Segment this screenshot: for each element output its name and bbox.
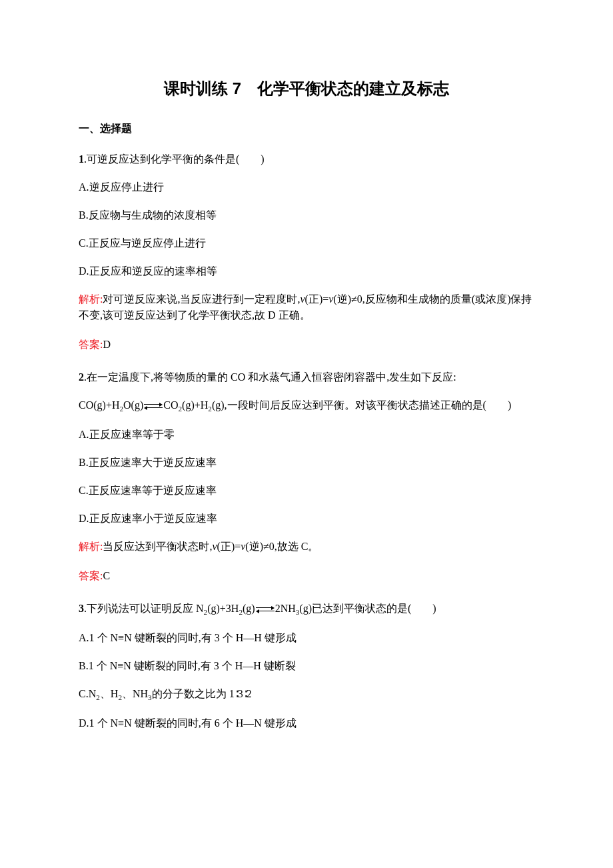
equilibrium-arrow-icon <box>256 605 275 614</box>
question-number: 2 <box>79 371 84 383</box>
option-b: B.反应物与生成物的浓度相等 <box>79 207 534 223</box>
question-stem: (g)已达到平衡状态的是( ) <box>299 603 436 614</box>
question-text: 1.可逆反应达到化学平衡的条件是( ) <box>79 151 534 167</box>
option-part: 、NH <box>122 688 148 699</box>
option-d: D.1 个 N≡N 键断裂的同时,有 6 个 H—N 键形成 <box>79 715 534 731</box>
question-stem: (g)+3H <box>207 603 239 614</box>
question-number: 3 <box>79 603 84 614</box>
question-stem: .可逆反应达到化学平衡的条件是( ) <box>84 153 265 165</box>
explanation: 解析:对可逆反应来说,当反应进行到一定程度时,v(正)=v(逆)≠0,反应物和生… <box>79 291 534 323</box>
question-1: 1.可逆反应达到化学平衡的条件是( ) A.逆反应停止进行 B.反应物与生成物的… <box>79 151 534 353</box>
question-2: 2.在一定温度下,将等物质的量的 CO 和水蒸气通入恒容密闭容器中,发生如下反应… <box>79 369 534 584</box>
explanation-body: (逆)≠0,故选 C。 <box>245 541 318 552</box>
answer-label: 答案: <box>79 339 103 350</box>
explanation-label: 解析: <box>79 293 103 305</box>
answer: 答案:D <box>79 337 534 353</box>
option-c: C.正反应与逆反应停止进行 <box>79 235 534 251</box>
section-header: 一、选择题 <box>79 121 534 137</box>
question-stem: 2NH <box>275 603 296 614</box>
question-text: 3.下列说法可以证明反应 N2(g)+3H2(g)2NH3(g)已达到平衡状态的… <box>79 601 534 618</box>
answer-value: D <box>103 339 111 350</box>
question-stem: .下列说法可以证明反应 N <box>84 603 204 614</box>
option-d: D.正反应和逆反应的速率相等 <box>79 263 534 279</box>
question-3: 3.下列说法可以证明反应 N2(g)+3H2(g)2NH3(g)已达到平衡状态的… <box>79 601 534 731</box>
equation-part: (g),一段时间后反应达到平衡。对该平衡状态描述正确的是( ) <box>212 399 511 411</box>
option-part: C.N <box>79 688 96 699</box>
explanation: 解析:当反应达到平衡状态时,v(正)=v(逆)≠0,故选 C。 <box>79 539 534 555</box>
explanation-body: (正)= <box>217 541 241 552</box>
question-text: 2.在一定温度下,将等物质的量的 CO 和水蒸气通入恒容密闭容器中,发生如下反应… <box>79 369 534 385</box>
option-c: C.N2、H2、NH3的分子数之比为 1∶3∶2 <box>79 686 534 703</box>
option-b: B.1 个 N≡N 键断裂的同时,有 3 个 H—H 键断裂 <box>79 658 534 674</box>
question-number: 1 <box>79 153 84 165</box>
explanation-body: 对可逆反应来说,当反应进行到一定程度时, <box>103 293 300 305</box>
explanation-body: (正)= <box>305 293 329 305</box>
option-part: 、H <box>100 688 119 699</box>
option-b: B.正反应速率大于逆反应速率 <box>79 455 534 471</box>
explanation-body: 当反应达到平衡状态时, <box>103 541 212 552</box>
equation-part: O(g) <box>123 399 143 411</box>
equation-part: CO <box>163 399 178 411</box>
option-a: A.正反应速率等于零 <box>79 427 534 443</box>
option-a: A.1 个 N≡N 键断裂的同时,有 3 个 H—H 键形成 <box>79 630 534 646</box>
question-stem: (g) <box>243 603 255 614</box>
variable-v: v <box>300 293 305 305</box>
equation-part: (g)+H <box>182 399 208 411</box>
variable-v: v <box>212 541 217 552</box>
option-d: D.正反应速率小于逆反应速率 <box>79 511 534 527</box>
option-a: A.逆反应停止进行 <box>79 179 534 195</box>
explanation-label: 解析: <box>79 541 103 552</box>
page-title: 课时训练 7 化学平衡状态的建立及标志 <box>79 77 534 101</box>
equilibrium-arrow-icon <box>144 401 163 411</box>
question-stem: .在一定温度下,将等物质的量的 CO 和水蒸气通入恒容密闭容器中,发生如下反应: <box>84 371 456 383</box>
answer-label: 答案: <box>79 570 103 581</box>
option-c: C.正反应速率等于逆反应速率 <box>79 483 534 499</box>
equation-part: CO(g)+H <box>79 399 119 411</box>
option-part: 的分子数之比为 1∶3∶2 <box>152 688 252 699</box>
answer: 答案:C <box>79 568 534 584</box>
equation: CO(g)+H2O(g)CO2(g)+H2(g),一段时间后反应达到平衡。对该平… <box>79 397 534 415</box>
answer-value: C <box>103 570 110 581</box>
